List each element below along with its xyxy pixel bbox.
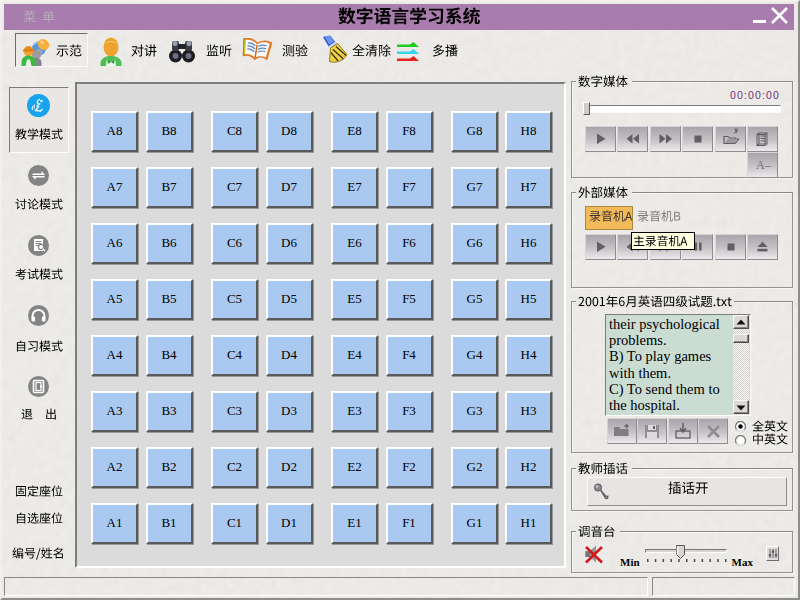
svg-text:A–: A– <box>756 158 772 172</box>
